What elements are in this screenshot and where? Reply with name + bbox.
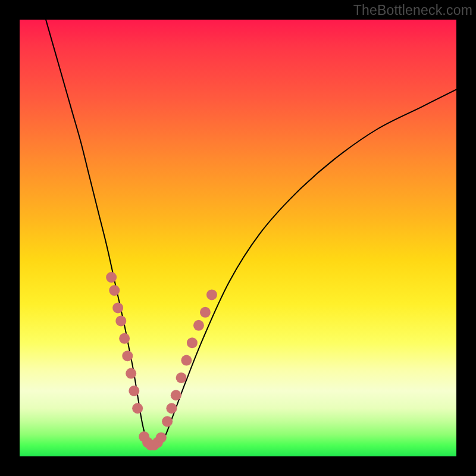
marker-dot bbox=[200, 307, 211, 318]
marker-dots bbox=[106, 272, 217, 450]
marker-dot bbox=[106, 272, 117, 283]
marker-dot bbox=[122, 350, 133, 361]
marker-dot bbox=[132, 403, 143, 414]
marker-dot bbox=[193, 320, 204, 331]
marker-dot bbox=[112, 302, 123, 313]
marker-dot bbox=[129, 386, 139, 396]
watermark-text: TheBottleneck.com bbox=[353, 2, 472, 18]
marker-dot bbox=[115, 315, 126, 326]
marker-dot bbox=[156, 432, 167, 443]
marker-dot bbox=[109, 285, 120, 296]
marker-dot bbox=[187, 337, 198, 348]
marker-dot bbox=[119, 333, 130, 344]
bottleneck-curve bbox=[46, 20, 456, 449]
marker-dot bbox=[171, 390, 181, 400]
marker-dot bbox=[181, 355, 192, 366]
marker-dot bbox=[126, 368, 136, 379]
marker-dot bbox=[166, 403, 177, 414]
chart-svg bbox=[20, 20, 456, 456]
marker-dot bbox=[162, 416, 173, 427]
marker-dot bbox=[206, 289, 217, 300]
plot-area bbox=[20, 20, 456, 456]
marker-dot bbox=[176, 372, 187, 383]
outer-frame: TheBottleneck.com bbox=[0, 0, 476, 476]
